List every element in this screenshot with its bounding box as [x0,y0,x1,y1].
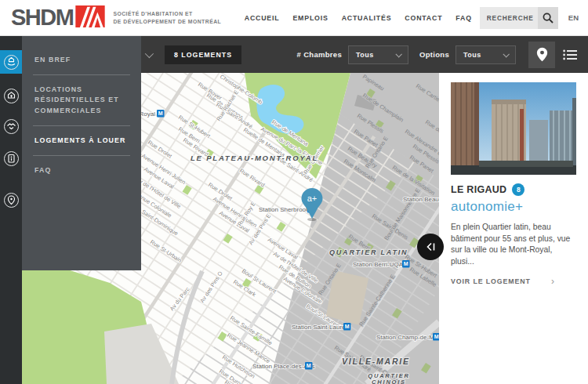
metro-m-letter: M [434,334,439,339]
metro-icon: M [305,362,313,370]
list-icon [563,49,577,60]
metro-icon: M [402,260,410,268]
listing-count-badge: 8 [512,183,524,196]
menu-item-faq[interactable]: FAQ [22,165,141,176]
logo-text: SHDM [11,6,73,29]
listing-title: LE RIGAUD [451,184,506,195]
chevron-down-icon [395,51,401,57]
chambres-label: # Chambres [297,50,342,59]
view-listing-link[interactable]: VOIR LE LOGEMENT › [451,276,576,287]
street-label: Station Beaudry [403,196,439,203]
area-label: VILLE-MARIE [342,357,410,366]
document-info-icon [4,151,19,166]
autonomie-plus-logo[interactable]: autonomie+ [451,199,576,215]
nav-link-faq[interactable]: FAQ [456,14,471,22]
chevron-down-icon [503,51,509,57]
icon-sidebar [0,36,22,384]
area-label: LE PLATEAU-MONT-ROYAL [191,154,318,162]
metro-icon: M [343,323,351,331]
sidebar-item-documents[interactable] [0,147,22,170]
list-view-button[interactable] [558,42,582,68]
logo-mark-icon [75,5,105,31]
top-nav: ACCUEILEMPLOISACTUALITÉSCONTACTFAQ [245,14,472,22]
map-pin-icon [4,193,19,208]
options-dropdown[interactable]: Tous [456,45,516,64]
nav-link-accueil[interactable]: ACCUEIL [245,14,280,22]
area-label: CHINOIS [372,379,406,384]
svg-text:a+: a+ [307,194,318,203]
metro-icon: M [433,333,439,341]
menu-item-locations-residentielles[interactable]: LOCATIONS RÉSIDENTIELLES ET COMMERCIALES [22,85,141,116]
hand-house-icon [4,55,19,70]
sidebar-item-logements-a-louer[interactable] [0,50,22,74]
nav-link-emplois[interactable]: EMPLOIS [292,14,328,22]
map-view-button[interactable] [528,42,555,68]
area-label: QUARTIER LATIN [329,248,408,256]
metro-m-letter: M [345,324,350,329]
listing-photo[interactable] [451,82,576,175]
results-count-badge: 8 LOGEMENTS [165,45,241,64]
search-icon [543,13,554,24]
shdm-logo[interactable]: SHDM SOCIÉTÉ D'HABITATION ET DE DÉVELOPP… [11,5,221,31]
chambres-dropdown[interactable]: Tous [348,45,408,64]
menu-item-en-bref[interactable]: EN BREF [22,55,141,65]
listing-card: LE RIGAUD 8 autonomie+ En plein Quartier… [451,82,576,287]
options-label: Options [419,50,449,59]
menu-divider [33,155,130,156]
menu-divider [33,125,130,126]
street-label: Station Champ-de-Mars [376,334,439,341]
page: SHDM SOCIÉTÉ D'HABITATION ET DE DÉVELOPP… [0,0,588,384]
metro-m-letter: M [404,261,408,266]
section-menu-panel: EN BREFLOCATIONS RÉSIDENTIELLES ET COMME… [22,36,141,270]
collapse-panel-button[interactable] [417,234,444,260]
options-dropdown-value: Tous [463,51,481,59]
chambres-dropdown-value: Tous [356,51,374,59]
listing-description: En plein Quartier latin, beau bâtiment p… [451,222,576,267]
header: SHDM SOCIÉTÉ D'HABITATION ET DE DÉVELOPP… [0,0,588,36]
metro-icon: M [157,110,165,118]
street-label: Station Saint-Laurent [292,324,351,331]
view-listing-label: VOIR LE LOGEMENT [451,277,531,285]
handshake-icon [4,119,19,134]
street-label: Station Berri-UQAM [353,261,408,268]
menu-divider [33,74,130,75]
sidebar-item-carte[interactable] [0,188,22,212]
map-pin-icon [536,47,548,62]
search-button[interactable] [538,7,558,29]
logo-tagline: SOCIÉTÉ D'HABITATION ET DE DÉVELOPPEMENT… [113,10,221,26]
metro-m-letter: M [158,110,163,116]
chevron-right-icon: › [551,276,555,287]
house-up-icon [4,89,19,103]
sidebar-item-partenariats[interactable] [0,114,22,138]
chevron-down-icon[interactable] [145,49,154,57]
menu-item-logements-a-louer[interactable]: LOGEMENTS À LOUER [22,136,141,146]
metro-m-letter: M [307,363,311,368]
chevron-left-icon [426,242,436,252]
nav-link-contact[interactable]: CONTACT [405,14,442,22]
lang-toggle-en[interactable]: EN [568,13,579,22]
search-input[interactable] [480,7,538,29]
sidebar-item-locations[interactable] [0,84,22,107]
search [480,7,558,29]
listing-panel: LE RIGAUD 8 autonomie+ En plein Quartier… [439,73,588,384]
nav-link-actualites[interactable]: ACTUALITÉS [342,14,392,22]
street-label: Station Sherbrooke [259,206,313,213]
